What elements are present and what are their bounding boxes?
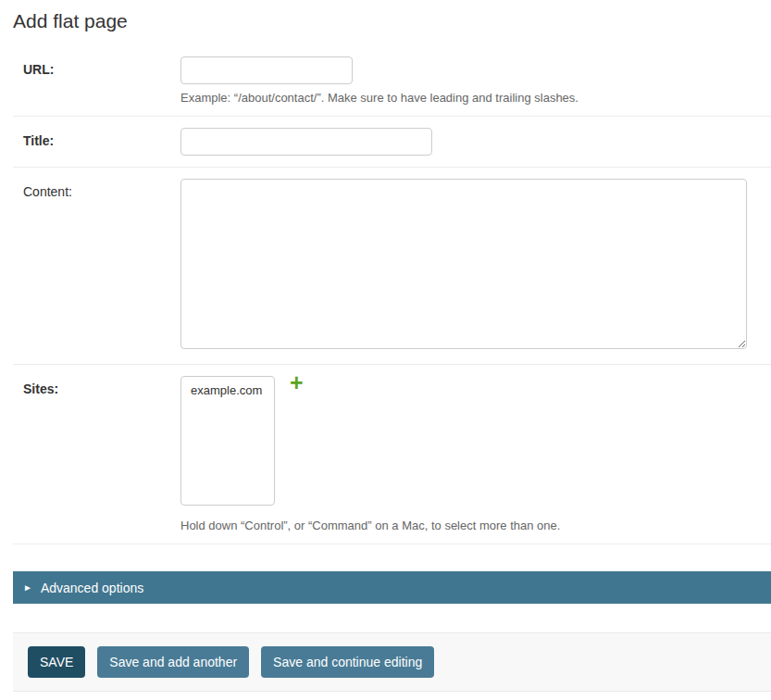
submit-row: SAVE Save and add another Save and conti… (13, 632, 771, 692)
collapse-arrow-icon: ► (23, 583, 32, 593)
sites-help-text: Hold down “Control”, or “Command” on a M… (180, 519, 771, 532)
save-button[interactable]: SAVE (28, 646, 85, 678)
flatpage-form: URL: Example: “/about/contact/”. Make su… (13, 45, 771, 544)
add-site-plus-icon[interactable]: + (290, 372, 304, 393)
content-textarea[interactable] (180, 179, 747, 349)
sites-option[interactable]: example.com (181, 381, 274, 400)
page-title: Add flat page (13, 0, 771, 32)
sites-label: Sites: (23, 376, 180, 396)
save-and-continue-editing-button[interactable]: Save and continue editing (261, 646, 434, 678)
sites-select[interactable]: example.com (180, 376, 275, 506)
url-help-text: Example: “/about/contact/”. Make sure to… (180, 91, 771, 105)
title-input[interactable] (180, 128, 432, 156)
url-input[interactable] (180, 56, 353, 84)
advanced-options-label: Advanced options (41, 581, 143, 595)
save-and-add-another-button[interactable]: Save and add another (97, 646, 249, 678)
form-row-url: URL: Example: “/about/contact/”. Make su… (13, 45, 771, 117)
form-row-content: Content: (13, 168, 771, 365)
url-label: URL: (23, 56, 180, 77)
advanced-options-toggle[interactable]: ► Advanced options (13, 571, 771, 604)
content-label: Content: (23, 179, 180, 199)
add-flatpage-page: Add flat page URL: Example: “/about/cont… (0, 0, 771, 692)
form-row-title: Title: (13, 117, 771, 168)
form-row-sites: Sites: example.com + Hold down “Control”… (13, 365, 771, 544)
title-label: Title: (23, 128, 180, 148)
